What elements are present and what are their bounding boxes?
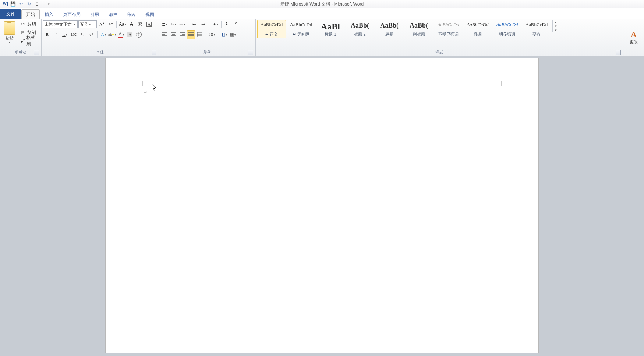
tab-references[interactable]: 引用	[85, 9, 104, 19]
align-right-button[interactable]	[178, 31, 186, 39]
style-preview: AaBbCcDd	[290, 22, 312, 28]
cut-button[interactable]: ✂剪切	[18, 20, 40, 28]
change-styles-icon: A	[631, 31, 637, 39]
increase-indent-button[interactable]: ⇥	[199, 20, 207, 28]
margin-mark-top-right	[501, 81, 507, 86]
font-launcher-icon[interactable]	[152, 50, 156, 55]
clear-formatting-button[interactable]: A	[127, 20, 135, 28]
sort-button[interactable]: A↓	[223, 20, 231, 28]
italic-button[interactable]: I	[52, 31, 60, 39]
bullets-button[interactable]: ≣▾	[160, 20, 169, 28]
phonetic-guide-button[interactable]: 変	[136, 20, 144, 28]
style-item-5[interactable]: AaBb(副标题	[404, 20, 433, 38]
font-color-button[interactable]: A▾	[117, 31, 125, 39]
char-shading-button[interactable]: A	[126, 31, 134, 39]
show-marks-button[interactable]: ¶	[232, 20, 240, 28]
tab-insert[interactable]: 插入	[40, 9, 58, 19]
font-name-combo[interactable]: 宋体 (中文正文)▾	[43, 20, 78, 28]
style-item-9[interactable]: AaBbCcDd要点	[522, 20, 551, 38]
align-center-button[interactable]	[169, 31, 177, 39]
ribbon-tabs: 文件 开始 插入 页面布局 引用 邮件 审阅 视图	[0, 8, 644, 19]
style-item-4[interactable]: AaBb(标题	[375, 20, 404, 38]
paragraph-mark-icon: ↵	[144, 90, 147, 95]
justify-button[interactable]	[187, 31, 195, 39]
style-gallery-scroll[interactable]: ▴ ▾ ▾	[552, 20, 559, 32]
font-size-combo[interactable]: 五号▾	[78, 20, 97, 28]
tab-view[interactable]: 视图	[141, 9, 159, 19]
gallery-up-icon[interactable]: ▴	[553, 20, 559, 24]
bold-button[interactable]: B	[43, 31, 51, 39]
justify-icon	[188, 32, 194, 37]
asian-layout-button[interactable]: ✦▾	[211, 20, 219, 28]
style-name-label: 要点	[532, 32, 541, 37]
style-item-6[interactable]: AaBbCcDd不明显强调	[434, 20, 463, 38]
highlight-button[interactable]: ab▾	[108, 31, 116, 39]
change-case-button[interactable]: Aa▾	[118, 20, 127, 28]
align-left-button[interactable]	[160, 31, 169, 39]
style-preview: AaBb(	[351, 22, 369, 29]
style-preview: AaBbCcDd	[496, 22, 518, 28]
align-right-icon	[180, 32, 185, 37]
qat-save-icon[interactable]: 💾	[10, 1, 16, 7]
qat-new-icon[interactable]: 🗋	[34, 1, 40, 7]
margin-mark-top-left	[137, 81, 143, 86]
align-left-icon	[162, 32, 167, 37]
group-clipboard: 粘贴 ▾ ✂剪切 ⎘复制 🖌格式刷 剪贴板	[0, 19, 42, 56]
numbering-button[interactable]: 1≡▾	[169, 20, 177, 28]
group-font: 宋体 (中文正文)▾ 五号▾ A▴ A▾ Aa▾ A 変 A B I U▾ ab…	[42, 19, 159, 56]
shading-button[interactable]: ◧▾	[220, 31, 228, 39]
qat-undo-icon[interactable]: ↶	[18, 1, 24, 7]
style-item-2[interactable]: AaBl标题 1	[316, 20, 345, 38]
style-item-0[interactable]: AaBbCcDd↵ 正文	[257, 20, 286, 38]
style-item-3[interactable]: AaBb(标题 2	[346, 20, 374, 38]
change-styles-label: 更改	[630, 39, 638, 45]
clipboard-launcher-icon[interactable]	[34, 50, 39, 55]
paste-button[interactable]: 粘贴 ▾	[1, 20, 18, 46]
style-preview: AaBbCcDd	[261, 22, 283, 28]
paragraph-launcher-icon[interactable]	[248, 50, 253, 55]
underline-button[interactable]: U▾	[61, 31, 69, 39]
qat-redo-icon[interactable]: ↻	[26, 1, 32, 7]
decrease-indent-button[interactable]: ⇤	[190, 20, 198, 28]
format-painter-button[interactable]: 🖌格式刷	[18, 37, 40, 45]
character-border-button[interactable]: A	[145, 20, 153, 28]
style-item-1[interactable]: AaBbCcDd↵ 无间隔	[287, 20, 315, 38]
gallery-down-icon[interactable]: ▾	[553, 24, 559, 28]
page[interactable]: ↵	[106, 58, 538, 353]
enclose-char-button[interactable]: 字	[135, 31, 143, 39]
qat-customize-icon[interactable]: ▾	[45, 1, 52, 7]
superscript-button[interactable]: x2	[87, 31, 95, 39]
borders-button[interactable]: ▦▾	[229, 31, 237, 39]
tab-file[interactable]: 文件	[0, 9, 21, 19]
group-paragraph: ≣▾ 1≡▾ ≡≡▾ ⇤ ⇥ ✦▾ A↓ ¶ ↕≡▾	[159, 19, 256, 56]
tab-review[interactable]: 审阅	[122, 9, 141, 19]
title-bar: W 💾 ↶ ↻ 🗋 ▾ 新建 Microsoft Word 文档 - Micro…	[0, 0, 644, 8]
text-effects-button[interactable]: A▾	[99, 31, 107, 39]
paste-dropdown-icon[interactable]: ▾	[9, 41, 10, 44]
multilevel-button[interactable]: ≡≡▾	[178, 20, 186, 28]
style-name-label: ↵ 正文	[265, 32, 278, 37]
tab-page-layout[interactable]: 页面布局	[58, 9, 85, 19]
line-spacing-button[interactable]: ↕≡▾	[208, 31, 216, 39]
style-item-8[interactable]: AaBbCcDd明显强调	[493, 20, 521, 38]
app-icon[interactable]: W	[1, 1, 8, 7]
group-label-font: 字体	[43, 50, 157, 56]
tab-mailings[interactable]: 邮件	[104, 9, 122, 19]
group-change-styles: A 更改	[623, 19, 644, 56]
tab-home[interactable]: 开始	[21, 9, 40, 19]
gallery-more-icon[interactable]: ▾	[553, 28, 559, 32]
strikethrough-button[interactable]: abc	[70, 31, 78, 39]
distribute-button[interactable]	[196, 31, 204, 39]
copy-icon: ⎘	[20, 29, 26, 35]
group-label-styles: 样式	[257, 50, 622, 56]
grow-font-button[interactable]: A▴	[98, 20, 106, 28]
group-label-clipboard: 剪贴板	[1, 50, 40, 56]
subscript-button[interactable]: x2	[78, 31, 86, 39]
change-styles-button[interactable]: A 更改	[625, 20, 643, 55]
style-preview: AaBb(	[380, 22, 399, 29]
document-area[interactable]: ↵	[0, 56, 644, 356]
styles-launcher-icon[interactable]	[616, 50, 621, 55]
style-item-7[interactable]: AaBbCcDd强调	[463, 20, 492, 38]
style-gallery[interactable]: AaBbCcDd↵ 正文AaBbCcDd↵ 无间隔AaBl标题 1AaBb(标题…	[257, 20, 551, 38]
shrink-font-button[interactable]: A▾	[106, 20, 114, 28]
